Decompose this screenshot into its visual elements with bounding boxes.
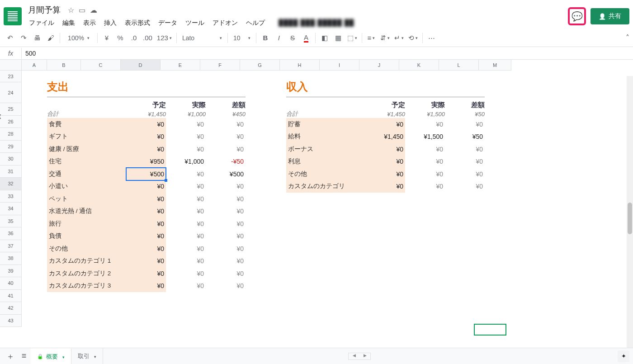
table-row[interactable]: 貯蓄¥0¥0¥0 [286,118,485,131]
cell[interactable]: ¥500 [126,168,166,180]
table-row[interactable]: その他¥0¥0¥0 [47,242,246,255]
cell[interactable]: ¥0 [126,255,166,268]
cell[interactable]: ¥0 [365,118,405,131]
column-header-A[interactable]: A [22,60,47,70]
star-icon[interactable]: ☆ [68,6,74,14]
v-align-button[interactable]: ⇵ [378,32,392,44]
cell[interactable]: ¥0 [365,168,405,180]
cell[interactable]: ¥0 [206,121,246,128]
text-rotate-button[interactable]: ⟲ [406,32,420,44]
menu-data[interactable]: データ [155,17,181,29]
menu-format[interactable]: 表示形式 [121,17,154,29]
sheet-tab-menu-icon[interactable] [92,353,96,359]
column-header-J[interactable]: J [359,60,399,70]
sheet-tab-other[interactable]: 取引 [71,348,103,359]
row-header-24[interactable]: 24 [0,82,21,103]
undo-button[interactable]: ↶ [4,32,16,44]
table-row[interactable]: ペット¥0¥0¥0 [47,193,246,205]
menu-file[interactable]: ファイル [25,17,58,29]
all-sheets-button[interactable]: ≡ [17,350,31,359]
currency-button[interactable]: ¥ [100,32,113,44]
cell[interactable]: ¥0 [445,170,485,178]
menu-edit[interactable]: 編集 [59,17,79,29]
add-sheet-button[interactable]: ＋ [4,350,17,359]
menu-addons[interactable]: アドオン [209,17,241,29]
table-row[interactable]: ギフト¥0¥0¥0 [47,131,246,143]
scrollbar-thumb[interactable] [628,203,632,234]
row-headers[interactable]: 2324252628293031323334353637383940414243 [0,71,22,327]
row-header-31[interactable]: 31 [0,165,21,178]
column-header-D[interactable]: D [121,60,161,70]
table-row[interactable]: 利息¥0¥0¥0 [286,156,485,168]
table-row[interactable]: その他¥0¥0¥0 [286,168,485,180]
cell[interactable]: ¥0 [365,180,405,193]
table-row[interactable]: 水道光熱 / 通信¥0¥0¥0 [47,205,246,218]
column-header-F[interactable]: F [200,60,240,70]
print-button[interactable]: 🖶 [31,32,43,44]
cell[interactable]: ¥0 [126,118,166,131]
cell[interactable]: ¥1,500 [405,133,445,140]
cell[interactable]: ¥0 [126,193,166,205]
paint-format-button[interactable]: 🖌 [44,32,57,44]
menu-view[interactable]: 表示 [80,17,99,29]
cell[interactable]: ¥0 [445,146,485,153]
cell[interactable]: -¥50 [206,158,246,165]
table-row[interactable]: 負債¥0¥0¥0 [47,230,246,243]
explore-button[interactable]: ✦ [618,350,629,359]
row-header-36[interactable]: 36 [0,227,21,240]
borders-button[interactable]: ▦ [332,32,345,44]
select-all-corner[interactable] [0,60,22,71]
zoom-select[interactable]: 100% [63,32,94,44]
cell[interactable]: ¥0 [206,232,246,240]
share-button[interactable]: 共有 [590,8,629,24]
cell[interactable]: ¥0 [126,242,166,255]
number-format-button[interactable]: 123 [155,32,174,44]
cell[interactable]: ¥0 [166,170,206,178]
column-header-K[interactable]: K [399,60,439,70]
cell[interactable]: ¥0 [206,195,246,203]
table-row[interactable]: 健康 / 医療¥0¥0¥0 [47,143,246,156]
column-headers[interactable]: ABCDEFGHIJKLM [22,60,511,71]
table-row[interactable]: カスタムのカテゴリ 3¥0¥0¥0 [47,280,246,293]
row-header-26[interactable]: 26 [0,116,21,128]
cell[interactable]: ¥0 [206,282,246,289]
increase-decimal-button[interactable]: .00 [141,32,154,44]
cell[interactable]: ¥950 [126,156,166,168]
cell[interactable]: ¥0 [405,121,445,128]
row-header-33[interactable]: 33 [0,190,21,203]
cell[interactable]: ¥0 [166,232,206,240]
table-row[interactable]: カスタムのカテゴリ 2¥0¥0¥0 [47,267,246,280]
cell[interactable]: ¥0 [126,180,166,193]
h-align-button[interactable]: ≡ [365,32,378,44]
cell[interactable]: ¥0 [126,143,166,156]
cell[interactable]: ¥0 [126,131,166,143]
decrease-decimal-button[interactable]: .0 [128,32,140,44]
cell[interactable]: ¥0 [166,195,206,203]
cell[interactable]: ¥0 [206,146,246,153]
table-row[interactable]: カスタムのカテゴリ 1¥0¥0¥0 [47,255,246,268]
table-row[interactable]: 住宅¥950¥1,000-¥50 [47,156,246,168]
row-header-25[interactable]: 25 [0,103,21,116]
cell[interactable]: ¥0 [445,158,485,165]
bold-button[interactable]: B [259,32,272,44]
row-header-32[interactable]: 32 [0,178,21,190]
cloud-status-icon[interactable]: ☁ [90,6,97,14]
italic-button[interactable]: I [273,32,285,44]
fill-color-button[interactable]: ◧ [318,32,331,44]
cell[interactable]: ¥500 [206,170,246,178]
cell[interactable]: ¥0 [166,282,206,289]
column-header-M[interactable]: M [479,60,511,70]
vertical-scrollbar[interactable] [627,76,633,348]
table-row[interactable]: 旅行¥0¥0¥0 [47,217,246,230]
percent-button[interactable]: % [114,32,127,44]
cell[interactable]: ¥0 [166,220,206,227]
sheets-logo-icon[interactable] [4,7,22,25]
cell[interactable]: ¥1,000 [166,158,206,165]
cell[interactable]: ¥0 [445,183,485,190]
sheet-tab-menu-icon[interactable] [61,353,65,359]
cell[interactable]: ¥0 [126,267,166,280]
column-header-G[interactable]: G [240,60,280,70]
cell[interactable]: ¥0 [166,133,206,140]
font-size-select[interactable]: 10 [231,32,253,44]
sheet-tab-active[interactable]: 概要 [31,348,71,359]
